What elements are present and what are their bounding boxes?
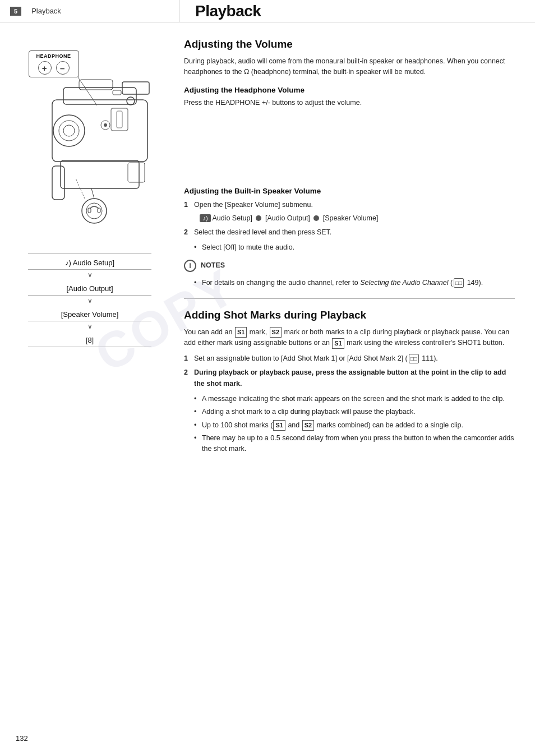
minus-button: – [56,61,70,75]
svg-line-0 [77,76,97,105]
svg-point-3 [53,115,85,146]
notes-label: NOTES [201,259,225,271]
shot-mark-s2: S2 [270,327,282,338]
menu-item-label: [8] [86,336,94,344]
page-title: Playback [195,2,261,20]
notes-box: i NOTES [184,259,515,272]
subsection-headphone: Adjusting the Headphone Volume Press the… [184,86,515,108]
section-adjusting-volume: Adjusting the Volume During playback, au… [184,38,515,108]
menu-arrow-1: ∨ [28,270,151,280]
svg-rect-21 [113,90,121,95]
step-1: 1 Open the [Speaker Volume] submenu. ♪) … [184,200,515,224]
menu-item-audio-output: [Audio Output] [28,280,151,296]
section-title-volume: Adjusting the Volume [184,38,515,50]
step-num: 2 [184,227,188,238]
step-text: Set an assignable button to [Add Shot Ma… [194,354,438,362]
subsection-body-headphone: Press the HEADPHONE +/- buttons to adjus… [184,98,515,108]
step-text: Select the desired level and then press … [194,228,331,236]
page-header: 5 Playback Playback [0,0,535,22]
shotmark-step-1: 1 Set an assignable button to [Add Shot … [184,353,515,364]
notes-icon: i [184,260,196,272]
footer-page-number: 132 [16,734,28,743]
headphone-callout: HEADPHONE + – [29,50,79,77]
svg-rect-16 [98,208,100,213]
step-num: 1 [184,353,188,364]
builtin-bullets: Select [Off] to mute the audio. [194,242,515,253]
menu-item-value: [8] [28,331,151,347]
note-1: For details on changing the audio channe… [194,278,515,288]
menu-path-builtin: ♪) Audio Setup] [Audio Output] [Speaker … [194,213,515,224]
menu-item-label: ♪) Audio Setup] [65,259,114,267]
svg-point-19 [104,123,107,127]
section-divider [184,298,515,299]
section-body-volume: During playback, audio will come from th… [184,56,515,78]
svg-point-13 [82,199,107,223]
svg-rect-8 [111,108,128,131]
svg-line-17 [91,188,94,199]
camera-illustration: HEADPHONE + – [19,38,162,246]
svg-point-5 [63,125,75,136]
plus-button: + [38,61,52,75]
shot-mark-s1: S1 [235,327,247,338]
svg-rect-7 [79,80,113,90]
page-footer: 132 [16,734,28,743]
shotmarks-bullets: A message indicating the shot mark appea… [194,394,515,455]
subsection-title-headphone: Adjusting the Headphone Volume [184,86,515,94]
shotmarks-steps-list: 1 Set an assignable button to [Add Shot … [184,353,515,389]
step-text: During playback or playback pause, press… [194,368,506,387]
svg-rect-9 [117,111,122,128]
header-right: Playback [179,0,535,22]
menu-item-label: [Speaker Volume] [61,310,119,319]
section-label: Playback [31,7,61,15]
section-body-shotmarks: You can add an S1 mark, S2 mark or both … [184,327,515,349]
svg-point-20 [127,97,135,105]
builtin-steps-list: 1 Open the [Speaker Volume] submenu. ♪) … [184,200,515,238]
menu-tree: ♪) Audio Setup] ∨ [Audio Output] ∨ [Spea… [28,253,151,347]
shot-mark-s1-2: S1 [332,338,344,349]
notes-list: For details on changing the audio channe… [194,278,515,288]
svg-rect-11 [52,166,64,200]
svg-point-14 [86,203,102,219]
section-shot-marks: Adding Shot Marks during Playback You ca… [184,309,515,455]
svg-point-4 [59,121,79,141]
menu-item-audio-setup: ♪) Audio Setup] [28,254,151,270]
shotmark-bullet-3: Up to 100 shot marks (S1 and S2 marks co… [194,420,515,431]
section-title-shotmarks: Adding Shot Marks during Playback [184,309,515,321]
headphone-buttons: + – [38,61,70,75]
step-num: 1 [184,200,188,210]
svg-rect-1 [52,100,147,162]
left-column: HEADPHONE + – [0,33,174,465]
shot-mark-s1-3: S1 [273,420,285,431]
subsection-title-builtin: Adjusting the Built-in Speaker Volume [184,187,515,195]
main-content: HEADPHONE + – [0,22,535,465]
menu-arrow-3: ∨ [28,321,151,331]
shotmark-bullet-2: Adding a shot mark to a clip during play… [194,407,515,417]
bullet-1: Select [Off] to mute the audio. [194,242,515,253]
menu-item-speaker-volume: [Speaker Volume] [28,306,151,321]
step-text: Open the [Speaker Volume] submenu. [194,201,313,209]
svg-rect-15 [88,208,91,213]
shot-mark-s2-2: S2 [302,420,314,431]
step-num: 2 [184,367,188,378]
shotmark-bullet-1: A message indicating the shot mark appea… [194,394,515,404]
subsection-builtin: Adjusting the Built-in Speaker Volume 1 … [184,187,515,288]
step-2: 2 Select the desired level and then pres… [184,227,515,238]
svg-rect-10 [61,160,139,188]
menu-item-label: [Audio Output] [66,284,113,293]
menu-arrow-2: ∨ [28,296,151,306]
header-left: 5 Playback [0,0,179,22]
svg-rect-12 [128,163,145,182]
right-column: Adjusting the Volume During playback, au… [174,33,535,465]
shotmark-step-2: 2 During playback or playback pause, pre… [184,367,515,389]
shotmark-bullet-4: There may be up to a 0.5 second delay fr… [194,433,515,455]
headphone-label: HEADPHONE [36,53,71,59]
page-number: 5 [10,7,21,16]
